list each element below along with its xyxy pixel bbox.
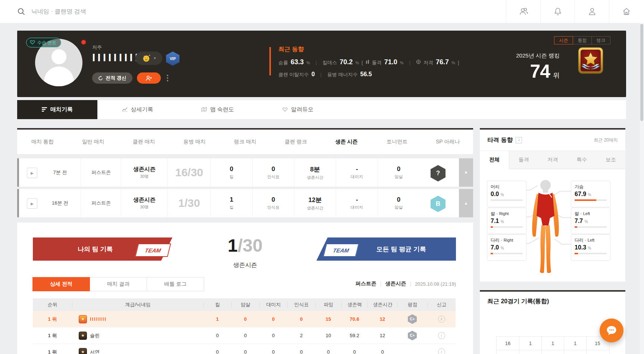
hittab-sniper[interactable]: 저격 (538, 151, 568, 169)
team-placement-mode: 생존시즌 (17, 261, 473, 269)
recent-games-row: 16 1 1 1 15 (497, 337, 609, 350)
hittab-special[interactable]: 특수 (567, 151, 596, 169)
scrollbar-thumb[interactable] (640, 24, 643, 121)
trend-accent-bar (269, 47, 271, 75)
hittab-support[interactable]: 보조 (596, 151, 625, 169)
match-row: ▶ 16분 전 퍼스트존 생존시즌30명 1/30 1킬 0인식표 12분생존시… (17, 189, 473, 217)
main-tab-bar: 매치기록 상세기록 맵 숙련도 알려듀오 (17, 100, 626, 119)
player-name[interactable]: 슬린 (90, 332, 100, 339)
hit-card-chest: 가슴 67.9 % (571, 181, 610, 207)
hit-trend-tabs: 전체 돌격 저격 특수 보조 (480, 150, 625, 169)
chat-button[interactable] (600, 319, 623, 342)
subtab-survival-season[interactable]: 생존 시즌 (321, 130, 372, 154)
info-icon[interactable]: i (516, 137, 522, 143)
season-rank-value: 74위 (530, 60, 560, 82)
subtab-clan[interactable]: 클랜 매치 (119, 130, 169, 154)
hittab-assault[interactable]: 돌격 (509, 151, 538, 169)
tab-total[interactable]: 통합 (573, 36, 592, 44)
status-dot (81, 39, 87, 45)
home-icon[interactable] (609, 0, 643, 23)
match-badge-icon: B (431, 196, 446, 212)
play-replay-button[interactable]: ▶ (27, 168, 37, 178)
hittab-all[interactable]: 전체 (480, 151, 509, 169)
hit-card-arm-left: 팔 · Left 7.7 % (571, 208, 610, 234)
trend-title: 최근 동향 (278, 46, 459, 53)
refresh-icon (98, 76, 103, 81)
hit-card-leg-left: 다리 · Left 10.3 % (571, 234, 610, 261)
row-accent (17, 189, 19, 217)
subtab-match-all[interactable]: 매치 통합 (17, 130, 68, 154)
match-detail-panel: 나의 팀 기록 TEAM 모든 팀 평균 기록 TEAM 1/30 생존시즌 상… (17, 223, 473, 354)
search-input[interactable] (31, 8, 189, 15)
refresh-record-button[interactable]: 전적 갱신 (92, 72, 132, 84)
match-context: 퍼스트존| 생존시즌| 2025.10.08 (21:19) (356, 280, 456, 287)
match-placement: 1/30 (167, 189, 211, 217)
match-zone: 퍼스트존 (81, 189, 121, 217)
tab-match-record[interactable]: 매치기록 (17, 100, 97, 119)
match-stats: 0킬 0인식표 8분생존시간 -대미지 0암살 (210, 158, 419, 187)
table-row: 1 위 ★ IIIIIIII 1 0 0 0 15 70.6 12 C+ i (33, 311, 456, 327)
map-icon (201, 106, 207, 113)
subtab-tournament[interactable]: 토너먼트 (372, 130, 422, 154)
report-info-icon[interactable]: i (438, 332, 445, 339)
tab-battle-log[interactable]: 배틀 로그 (147, 277, 204, 291)
match-row: ▶ 7분 전 퍼스트존 생존시즌30명 16/30 0킬 0인식표 8분생존시간… (17, 158, 473, 187)
mentor-badge-label: 수습 멘토 (37, 40, 56, 46)
report-info-icon[interactable]: i (438, 316, 445, 323)
hit-trend-title: 타격 동향 (487, 136, 513, 144)
tab-match-result[interactable]: 매치 결과 (90, 277, 147, 291)
tab-season[interactable]: 시즌 (554, 36, 573, 44)
match-time: 16분 전 (40, 189, 81, 217)
hit-card-leg-right: 다리 · Right 7.0 % (487, 234, 526, 261)
tab-map-proficiency[interactable]: 맵 숙련도 (178, 100, 258, 119)
subtab-ranked[interactable]: 랭크 매치 (220, 130, 271, 154)
table-row: 1 위 ★ 슬린 0 0 0 2 10 59.2 12 C+ i (33, 327, 456, 344)
record-bars-icon (42, 106, 47, 113)
match-badge-icon: ? (431, 165, 446, 181)
page-scrollbar (639, 23, 644, 354)
mentor-badge: 수습 멘토 (26, 38, 61, 47)
hit-card-arm-right: 팔 · Right 7.1 % (487, 208, 526, 234)
subtab-clan-rank[interactable]: 클랜 랭크 (271, 130, 321, 154)
hit-trend-panel: 타격 동향 i 최근 20매치 전체 돌격 저격 특수 보조 (480, 128, 625, 282)
rank-medal-icon: ★ (79, 332, 87, 340)
profile-icon[interactable] (575, 0, 609, 23)
player-table: 순위 계급/닉네임 킬 암살 대미지 인식표 파밍 생존력 생존시간 평점 신고… (33, 298, 456, 354)
rank-medal-icon: ★ (79, 348, 87, 354)
search-bar (17, 0, 189, 23)
chevron-down-icon: ▼ (153, 56, 157, 60)
subtab-sp-arena[interactable]: SP 아레나 (422, 130, 473, 154)
rank-medal-icon: ★ (79, 315, 87, 323)
match-time: 7분 전 (40, 158, 81, 187)
emoji-selector[interactable]: ▼ (135, 52, 162, 65)
avatar-silhouette-body (44, 66, 74, 86)
team-tag-blue: TEAM (323, 243, 359, 257)
vip-badge: VIP (166, 52, 179, 66)
tab-rank[interactable]: 랭크 (591, 36, 610, 44)
heart-hands-icon (30, 40, 35, 46)
add-user-icon (146, 75, 152, 81)
player-name[interactable]: IIIIIIII (90, 316, 107, 322)
notification-icon[interactable] (540, 0, 575, 23)
friends-icon[interactable] (506, 0, 540, 23)
more-menu-icon[interactable] (165, 73, 170, 83)
crown-smiley-icon (141, 53, 151, 64)
report-info-icon[interactable]: i (438, 348, 445, 354)
topbar-actions (506, 0, 643, 23)
tab-detail-record[interactable]: 상세기록 (97, 100, 178, 119)
avatar-silhouette (51, 49, 66, 64)
assault-rifle-icon (366, 60, 369, 64)
season-ranking-label: 2025년 시즌 랭킹 (516, 52, 560, 59)
add-friend-button[interactable] (137, 72, 161, 84)
sniper-scope-icon (416, 59, 421, 64)
chat-bubble-icon (606, 325, 617, 336)
expand-row-button[interactable]: ▼ (459, 158, 473, 187)
player-name[interactable]: 서연 (90, 349, 100, 354)
grade-badge: C+ (408, 331, 417, 341)
tab-detail-stats[interactable]: 상세 전적 (32, 277, 90, 291)
subtab-mercenary[interactable]: 용병 매치 (169, 130, 220, 154)
tab-duo[interactable]: 알려듀오 (258, 100, 338, 119)
play-replay-button[interactable]: ▶ (27, 198, 37, 209)
collapse-row-button[interactable]: ▲ (459, 189, 473, 217)
subtab-normal[interactable]: 일반 매치 (68, 130, 119, 154)
